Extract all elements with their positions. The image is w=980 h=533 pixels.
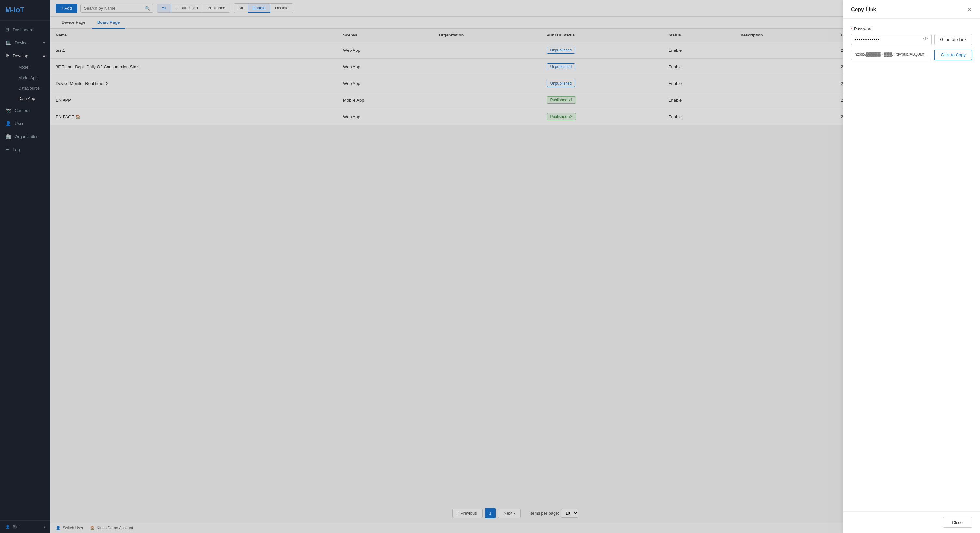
copy-link-button[interactable]: Click to Copy — [934, 49, 972, 60]
modal-footer: Close — [843, 511, 980, 533]
modal-title: Copy Link — [851, 7, 876, 13]
password-label: *Password — [851, 26, 972, 31]
password-row: 👁 Generate Link — [851, 34, 972, 45]
link-row: https://▓▓▓▓▓ · ▓▓▓/#/dv/pub/ABQ0Mf... C… — [851, 49, 972, 60]
required-asterisk: * — [851, 26, 853, 31]
link-field: https://▓▓▓▓▓ · ▓▓▓/#/dv/pub/ABQ0Mf... — [851, 49, 931, 60]
generate-link-button[interactable]: Generate Link — [934, 34, 972, 45]
modal-overlay[interactable] — [0, 0, 980, 533]
copy-link-modal: Copy Link ✕ *Password 👁 Generate Link ht… — [843, 0, 980, 533]
eye-icon[interactable]: 👁 — [923, 37, 928, 42]
password-input[interactable] — [854, 37, 923, 42]
modal-close-x-button[interactable]: ✕ — [967, 6, 972, 13]
modal-body: *Password 👁 Generate Link https://▓▓▓▓▓ … — [843, 19, 980, 511]
close-modal-button[interactable]: Close — [943, 517, 972, 528]
modal-header: Copy Link ✕ — [843, 0, 980, 19]
password-field: 👁 — [851, 34, 932, 45]
